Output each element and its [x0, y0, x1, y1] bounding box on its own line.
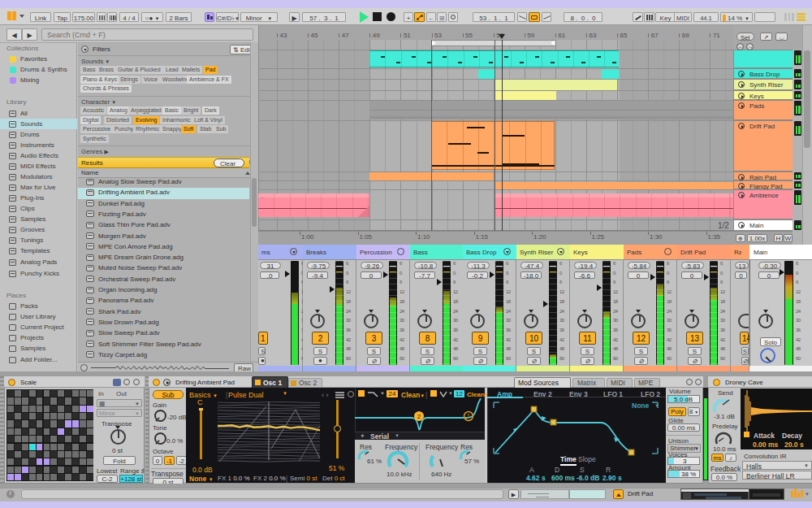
- svg-text:1: 1: [467, 413, 470, 419]
- svg-text:2: 2: [417, 413, 421, 420]
